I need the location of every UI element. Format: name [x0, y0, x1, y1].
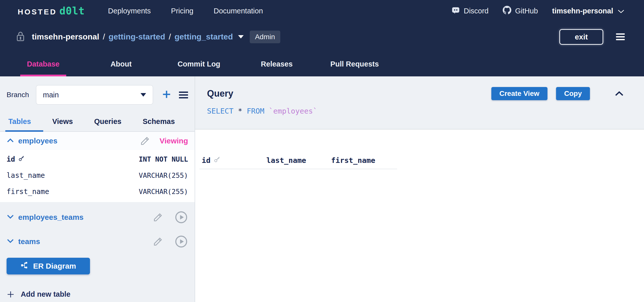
- top-nav: HOSTED d0lt Deployments Pricing Document…: [0, 0, 644, 22]
- table-row-employees[interactable]: employees Viewing: [0, 132, 195, 150]
- create-view-button[interactable]: Create View: [491, 87, 547, 100]
- admin-badge: Admin: [250, 31, 280, 43]
- table-name[interactable]: teams: [18, 237, 40, 246]
- database-sidebar: Branch main Tables Views Queries Schemas…: [0, 76, 195, 302]
- github-icon: [503, 6, 511, 16]
- breadcrumb-database-link[interactable]: getting_started: [175, 32, 233, 41]
- chevron-up-icon[interactable]: [7, 138, 14, 144]
- nav-link-pricing[interactable]: Pricing: [161, 7, 204, 15]
- sql-star: *: [238, 107, 247, 115]
- er-diagram-label: ER Diagram: [33, 262, 76, 270]
- query-panel: Query Create View Copy SELECT * FROM `em…: [195, 76, 644, 130]
- breadcrumb: timsehn-personal / getting-started / get…: [32, 32, 233, 41]
- nav-link-documentation[interactable]: Documentation: [203, 7, 273, 15]
- query-actions: Create View Copy: [491, 87, 624, 100]
- er-diagram-icon: [20, 261, 29, 271]
- sql-keyword: FROM: [247, 107, 269, 115]
- sidebar-tab-queries[interactable]: Queries: [94, 112, 121, 131]
- discord-link[interactable]: Discord: [451, 6, 489, 16]
- branch-select-value: main: [43, 91, 59, 99]
- copy-button[interactable]: Copy: [556, 87, 590, 100]
- results-header-row: id last_name first_name: [202, 156, 644, 165]
- database-caret-icon[interactable]: [238, 35, 244, 38]
- column-type: VARCHAR(255): [139, 188, 188, 196]
- column-list: id INT NOT NULL last_name VARCHAR(255) f…: [0, 150, 195, 202]
- github-link[interactable]: GitHub: [503, 6, 538, 16]
- column-type: INT NOT NULL: [139, 155, 188, 163]
- chevron-down-icon[interactable]: [7, 214, 14, 220]
- table-name[interactable]: employees_teams: [18, 213, 84, 222]
- sql-table-identifier: `employees`: [269, 107, 317, 115]
- play-query-button[interactable]: [174, 235, 188, 248]
- discord-icon: [451, 6, 460, 16]
- query-results: id last_name first_name: [195, 130, 644, 169]
- lock-icon: [16, 31, 25, 43]
- breadcrumb-row: timsehn-personal / getting-started / get…: [0, 22, 644, 52]
- branch-caret-icon: [141, 93, 146, 97]
- github-label: GitHub: [515, 7, 538, 15]
- sidebar-tab-tables[interactable]: Tables: [8, 112, 31, 131]
- add-new-table-button[interactable]: Add new table: [7, 290, 195, 298]
- edit-table-button[interactable]: [140, 136, 150, 146]
- tab-database[interactable]: Database: [4, 52, 82, 76]
- add-new-table-label: Add new table: [21, 290, 71, 298]
- table-name[interactable]: employees: [18, 137, 57, 145]
- breadcrumb-separator: /: [169, 32, 171, 41]
- account-name: timsehn-personal: [552, 7, 613, 15]
- results-column-label: last_name: [266, 156, 306, 165]
- table-section-employees: employees Viewing id INT NOT NULL last_n…: [0, 132, 195, 202]
- breadcrumb-owner[interactable]: timsehn-personal: [32, 32, 99, 41]
- key-icon: [214, 156, 221, 165]
- chevron-down-icon[interactable]: [7, 239, 14, 245]
- table-row-employees-teams[interactable]: employees_teams: [0, 208, 195, 226]
- viewing-status-badge: Viewing: [159, 137, 188, 145]
- edit-table-button[interactable]: [153, 212, 163, 222]
- play-query-button[interactable]: [174, 210, 188, 224]
- tab-releases[interactable]: Releases: [238, 52, 316, 76]
- tab-commit-log[interactable]: Commit Log: [160, 52, 238, 76]
- results-header-divider: [199, 169, 397, 169]
- results-column-first-name[interactable]: first_name: [331, 156, 397, 165]
- results-column-label: first_name: [331, 156, 375, 165]
- nav-right-cluster: Discord GitHub timsehn-personal: [451, 6, 624, 16]
- column-name: last_name: [7, 171, 45, 180]
- sidebar-tab-views[interactable]: Views: [52, 112, 73, 131]
- tab-about[interactable]: About: [82, 52, 160, 76]
- branch-select[interactable]: main: [36, 85, 153, 105]
- edit-table-button[interactable]: [153, 237, 163, 246]
- account-menu[interactable]: timsehn-personal: [552, 7, 624, 15]
- app-header: HOSTED d0lt Deployments Pricing Document…: [0, 0, 644, 76]
- column-name: id: [7, 155, 15, 163]
- query-title: Query: [207, 88, 233, 99]
- hamburger-menu-icon[interactable]: [616, 32, 625, 42]
- er-diagram-button[interactable]: ER Diagram: [7, 258, 90, 274]
- page-body: Branch main Tables Views Queries Schemas…: [0, 76, 644, 302]
- collapse-panel-icon[interactable]: [615, 91, 624, 97]
- branch-menu-icon[interactable]: [179, 90, 188, 100]
- key-icon: [18, 155, 25, 163]
- column-row-first-name: first_name VARCHAR(255): [0, 183, 195, 200]
- tab-pull-requests[interactable]: Pull Requests: [316, 52, 394, 76]
- column-row-last-name: last_name VARCHAR(255): [0, 167, 195, 183]
- column-type: VARCHAR(255): [139, 171, 188, 179]
- nav-link-deployments[interactable]: Deployments: [98, 7, 161, 15]
- sql-query-text[interactable]: SELECT * FROM `employees`: [207, 107, 624, 115]
- chevron-down-icon: [618, 7, 624, 15]
- sidebar-tab-schemas[interactable]: Schemas: [143, 112, 175, 131]
- hosted-dolt-logo[interactable]: HOSTED d0lt: [18, 5, 85, 17]
- sql-keyword: SELECT: [207, 107, 238, 115]
- results-column-id[interactable]: id: [202, 156, 266, 165]
- exit-button[interactable]: exit: [559, 29, 603, 45]
- query-header: Query Create View Copy: [207, 87, 624, 100]
- branch-label: Branch: [7, 91, 29, 99]
- results-column-label: id: [202, 156, 211, 165]
- repo-tabs: Database About Commit Log Releases Pull …: [0, 52, 644, 76]
- breadcrumb-separator: /: [103, 32, 105, 41]
- new-branch-button[interactable]: [162, 90, 171, 100]
- results-column-last-name[interactable]: last_name: [266, 156, 331, 165]
- column-row-id: id INT NOT NULL: [0, 151, 195, 167]
- nav-links: Deployments Pricing Documentation: [98, 7, 273, 15]
- breadcrumb-repo-link[interactable]: getting-started: [109, 32, 165, 41]
- logo-dolt-text: d0lt: [59, 5, 85, 17]
- table-row-teams[interactable]: teams: [0, 232, 195, 251]
